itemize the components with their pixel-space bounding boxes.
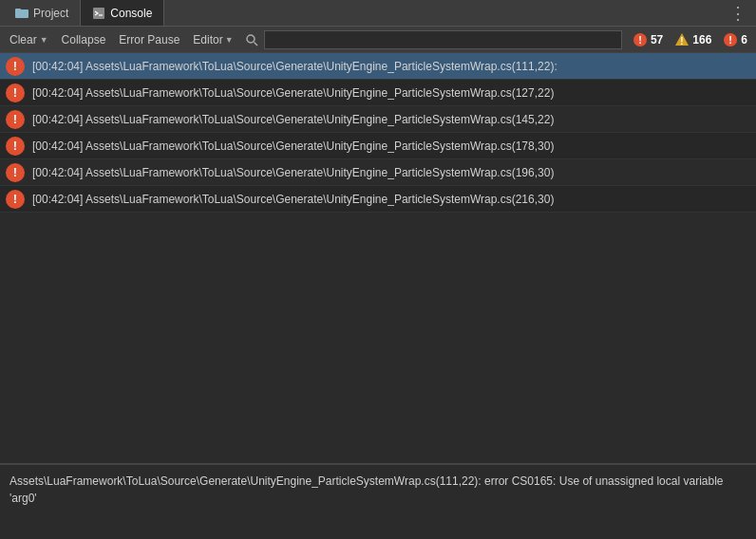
- clear-button[interactable]: Clear ▼: [4, 31, 54, 48]
- search-input[interactable]: [264, 30, 622, 49]
- error-row-icon: !: [6, 137, 25, 156]
- editor-dropdown-arrow: ▼: [225, 35, 234, 45]
- svg-line-5: [254, 42, 257, 46]
- folder-icon: [15, 7, 28, 20]
- log-row[interactable]: ![00:42:04] Assets\LuaFramework\ToLua\So…: [0, 133, 756, 159]
- log-row[interactable]: ![00:42:04] Assets\LuaFramework\ToLua\So…: [0, 106, 756, 133]
- svg-point-4: [247, 35, 255, 43]
- tab-project[interactable]: Project: [4, 0, 81, 26]
- log-row-text: [00:42:04] Assets\LuaFramework\ToLua\Sou…: [32, 193, 554, 206]
- console-icon: [92, 7, 105, 20]
- search-icon: [245, 33, 258, 46]
- error-badge-icon: !: [633, 32, 648, 47]
- error-row-icon: !: [6, 163, 25, 182]
- warning-badge-icon: !: [674, 32, 690, 47]
- error-pause-button[interactable]: Error Pause: [113, 31, 185, 48]
- warning-count: 166: [692, 33, 711, 46]
- error-row-icon: !: [6, 84, 25, 102]
- error-row-icon: !: [6, 110, 25, 129]
- detail-text: Assets\LuaFramework\ToLua\Source\Generat…: [9, 474, 723, 505]
- log-row-text: [00:42:04] Assets\LuaFramework\ToLua\Sou…: [32, 60, 558, 73]
- log-row[interactable]: ![00:42:04] Assets\LuaFramework\ToLua\So…: [0, 186, 756, 213]
- error-badge[interactable]: ! 57: [628, 30, 668, 49]
- log-row-text: [00:42:04] Assets\LuaFramework\ToLua\Sou…: [32, 166, 554, 179]
- log-row[interactable]: ![00:42:04] Assets\LuaFramework\ToLua\So…: [0, 80, 756, 106]
- svg-text:!: !: [638, 34, 642, 46]
- tab-console[interactable]: Console: [81, 0, 164, 26]
- info-badge-icon: !: [723, 32, 738, 47]
- warning-badge[interactable]: ! 166: [670, 30, 716, 49]
- clear-label: Clear: [9, 33, 37, 46]
- svg-rect-1: [15, 9, 21, 11]
- error-row-icon: !: [6, 190, 25, 209]
- status-badges: ! 57 ! 166 ! 6: [628, 30, 752, 49]
- toolbar: Clear ▼ Collapse Error Pause Editor ▼ ! …: [0, 27, 756, 53]
- error-row-icon: !: [6, 57, 25, 76]
- error-pause-label: Error Pause: [119, 33, 180, 46]
- tab-bar: Project Console ⋮: [0, 0, 756, 27]
- tab-project-label: Project: [33, 7, 68, 20]
- tab-overflow-button[interactable]: ⋮: [724, 5, 752, 22]
- info-count: 6: [741, 33, 747, 46]
- svg-text:!: !: [728, 34, 732, 46]
- log-row[interactable]: ![00:42:04] Assets\LuaFramework\ToLua\So…: [0, 53, 756, 80]
- log-row-text: [00:42:04] Assets\LuaFramework\ToLua\Sou…: [32, 113, 554, 126]
- log-area: ![00:42:04] Assets\LuaFramework\ToLua\So…: [0, 53, 756, 463]
- error-count: 57: [651, 33, 663, 46]
- svg-text:!: !: [681, 36, 684, 46]
- collapse-label: Collapse: [62, 33, 106, 46]
- log-row[interactable]: ![00:42:04] Assets\LuaFramework\ToLua\So…: [0, 159, 756, 186]
- collapse-button[interactable]: Collapse: [56, 31, 112, 48]
- log-row-text: [00:42:04] Assets\LuaFramework\ToLua\Sou…: [32, 139, 554, 153]
- log-row-text: [00:42:04] Assets\LuaFramework\ToLua\Sou…: [32, 86, 554, 100]
- clear-dropdown-arrow: ▼: [40, 35, 48, 45]
- tab-console-label: Console: [110, 7, 152, 20]
- detail-panel: Assets\LuaFramework\ToLua\Source\Generat…: [0, 463, 756, 539]
- info-badge[interactable]: ! 6: [718, 30, 752, 49]
- editor-button[interactable]: Editor ▼: [187, 31, 238, 48]
- editor-label: Editor: [193, 33, 222, 46]
